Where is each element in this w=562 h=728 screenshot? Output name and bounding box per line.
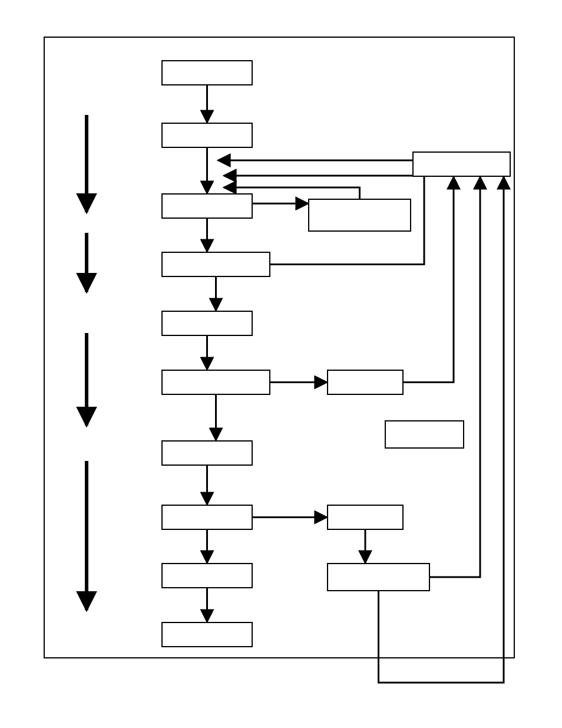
node-s1 [412, 151, 511, 177]
connectors-layer [0, 0, 562, 728]
node-s5 [327, 505, 404, 530]
node-n10 [161, 622, 253, 647]
node-s3 [327, 370, 404, 395]
node-n6 [161, 370, 270, 395]
node-n1 [161, 60, 253, 85]
node-n2 [161, 123, 253, 148]
node-s6 [327, 563, 430, 591]
node-n9 [161, 563, 253, 588]
node-n7 [161, 440, 253, 466]
node-n4 [161, 252, 270, 277]
node-n5 [161, 311, 253, 336]
node-n3 [161, 193, 253, 219]
node-n8 [161, 505, 253, 530]
node-s4 [385, 420, 464, 449]
node-s2 [308, 199, 411, 232]
page [0, 0, 562, 728]
